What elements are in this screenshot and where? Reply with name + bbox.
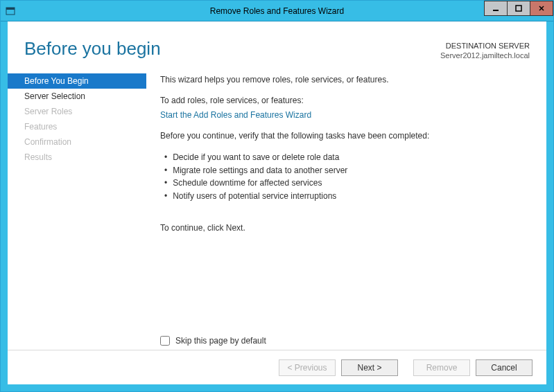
skip-page-row[interactable]: Skip this page by default bbox=[160, 336, 266, 346]
task-list: Decide if you want to save or delete rol… bbox=[164, 151, 530, 202]
maximize-button[interactable] bbox=[507, 1, 530, 16]
start-add-wizard-link[interactable]: Start the Add Roles and Features Wizard bbox=[160, 110, 311, 120]
continue-text: To continue, click Next. bbox=[160, 222, 530, 235]
verify-text: Before you continue, verify that the fol… bbox=[160, 130, 530, 143]
destination-server: Server2012.jamiltech.local bbox=[440, 51, 530, 60]
task-item: Decide if you want to save or delete rol… bbox=[164, 151, 530, 164]
wizard-window: Remove Roles and Features Wizard Before … bbox=[0, 0, 554, 392]
window-controls bbox=[485, 1, 553, 16]
destination-label: DESTINATION SERVER bbox=[440, 41, 530, 51]
header: Before you begin DESTINATION SERVER Serv… bbox=[8, 21, 546, 66]
svg-rect-3 bbox=[516, 6, 521, 11]
cancel-button[interactable]: Cancel bbox=[476, 359, 533, 376]
svg-rect-2 bbox=[493, 10, 499, 11]
content: This wizard helps you remove roles, role… bbox=[146, 69, 530, 350]
page-title: Before you begin bbox=[24, 38, 161, 60]
task-item: Migrate role settings and data to anothe… bbox=[164, 164, 530, 177]
intro-text: This wizard helps you remove roles, role… bbox=[160, 73, 530, 87]
nav-before-you-begin[interactable]: Before You Begin bbox=[8, 73, 146, 89]
nav-results: Results bbox=[8, 150, 146, 165]
svg-rect-1 bbox=[6, 8, 15, 10]
window-title: Remove Roles and Features Wizard bbox=[1, 6, 553, 16]
nav-steps: Before You Begin Server Selection Server… bbox=[8, 69, 146, 350]
next-button[interactable]: Next > bbox=[341, 359, 398, 376]
skip-page-checkbox[interactable] bbox=[160, 336, 170, 346]
titlebar[interactable]: Remove Roles and Features Wizard bbox=[1, 1, 553, 21]
minimize-button[interactable] bbox=[484, 1, 508, 16]
task-item: Schedule downtime for affected services bbox=[164, 177, 530, 190]
nav-server-selection[interactable]: Server Selection bbox=[8, 89, 146, 104]
remove-button: Remove bbox=[413, 359, 470, 376]
body: Before You Begin Server Selection Server… bbox=[8, 66, 546, 350]
nav-features: Features bbox=[8, 119, 146, 134]
app-icon bbox=[5, 6, 16, 17]
add-hint: To add roles, role services, or features… bbox=[160, 94, 530, 107]
close-button[interactable] bbox=[530, 1, 553, 16]
previous-button: < Previous bbox=[279, 359, 336, 376]
button-bar: < Previous Next > Remove Cancel bbox=[8, 350, 546, 384]
client-area: Before you begin DESTINATION SERVER Serv… bbox=[1, 21, 553, 391]
nav-confirmation: Confirmation bbox=[8, 134, 146, 150]
skip-page-label: Skip this page by default bbox=[175, 336, 266, 346]
nav-server-roles: Server Roles bbox=[8, 104, 146, 119]
destination-info: DESTINATION SERVER Server2012.jamiltech.… bbox=[440, 38, 530, 61]
task-item: Notify users of potential service interr… bbox=[164, 190, 530, 203]
